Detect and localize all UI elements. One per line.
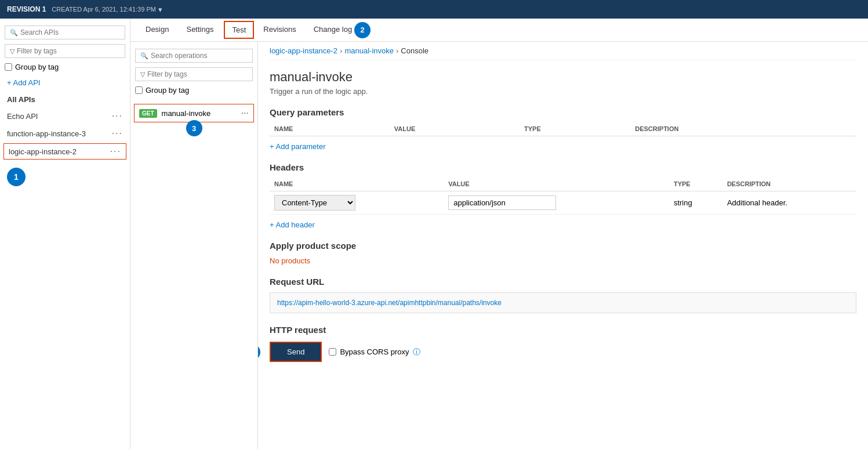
http-request-section-title: HTTP request — [270, 325, 856, 335]
search-operations-input[interactable] — [151, 52, 248, 60]
h-col-type: TYPE — [669, 178, 722, 191]
breadcrumb-sep-2: › — [396, 46, 398, 55]
header-value-input[interactable] — [448, 195, 556, 210]
add-parameter-button[interactable]: + Add parameter — [270, 142, 325, 151]
send-section: 4 Send Bypass CORS proxy ⓘ — [270, 342, 856, 362]
api-title: manual-invoke — [270, 70, 856, 85]
search-operations-box[interactable]: 🔍 — [135, 49, 253, 63]
revision-meta: CREATED Apr 6, 2021, 12:41:39 PM — [52, 6, 156, 13]
bypass-cors-row: Bypass CORS proxy ⓘ — [329, 347, 420, 357]
breadcrumb-logic-app[interactable]: logic-app-instance-2 — [270, 46, 337, 55]
operation-menu-icon[interactable]: ··· — [241, 108, 249, 118]
breadcrumb-console: Console — [401, 46, 428, 55]
filter-icon: ▽ — [10, 48, 14, 55]
revision-bar: REVISION 1 CREATED Apr 6, 2021, 12:41:39… — [0, 0, 868, 19]
echo-api-menu-icon[interactable]: ··· — [112, 111, 123, 121]
content-area: Design Settings Test Revisions Change lo… — [130, 19, 868, 449]
ops-search-icon: 🔍 — [140, 52, 148, 60]
add-header-button[interactable]: + Add header — [270, 220, 315, 229]
all-apis-section-title: All APIs — [0, 92, 130, 107]
step-1-circle: 1 — [7, 168, 26, 186]
add-api-button[interactable]: + Add API — [7, 78, 123, 87]
ops-filter-tags-input[interactable] — [147, 70, 248, 78]
h-col-name: NAME — [270, 178, 444, 191]
qp-col-desc: DESCRIPTION — [630, 123, 856, 136]
revision-dropdown-icon[interactable]: ▾ — [158, 5, 162, 14]
ops-group-by-checkbox[interactable] — [135, 86, 143, 94]
qp-col-name: NAME — [270, 123, 390, 136]
h-col-value: VALUE — [444, 178, 669, 191]
group-by-tag-label: Group by tag — [15, 63, 59, 71]
search-apis-input[interactable] — [20, 28, 120, 37]
ops-filter-icon: ▽ — [140, 71, 145, 78]
ops-group-by-row: Group by tag — [135, 86, 253, 95]
get-method-badge: GET — [139, 109, 157, 118]
breadcrumb-manual-invoke[interactable]: manual-invoke — [344, 46, 394, 55]
operation-name: manual-invoke — [162, 109, 211, 118]
header-name-select[interactable]: Content-Type — [274, 195, 355, 211]
filter-tags-box[interactable]: ▽ — [5, 44, 125, 58]
breadcrumb: logic-app-instance-2 › manual-invoke › C… — [270, 42, 856, 60]
echo-api-label: Echo API — [7, 112, 38, 121]
api-description: Trigger a run of the logic app. — [270, 87, 856, 96]
operations-panel: 🔍 ▽ Group by tag GET manual-in — [130, 42, 258, 449]
headers-table: NAME VALUE TYPE DESCRIPTION Content-Type — [270, 178, 856, 215]
content-panels: 🔍 ▽ Group by tag GET manual-in — [130, 42, 868, 449]
product-scope-text: No products — [270, 256, 856, 265]
search-apis-box[interactable]: 🔍 — [5, 26, 125, 39]
request-url-section-title: Request URL — [270, 277, 856, 287]
api-description-text: Trigger a run of the logic app. — [270, 87, 368, 96]
revision-tag: REVISION 1 — [7, 5, 46, 13]
tab-test[interactable]: Test — [224, 21, 254, 39]
step-4-circle: 4 — [258, 344, 260, 360]
step-2-circle: 2 — [354, 22, 371, 38]
bypass-cors-checkbox[interactable] — [329, 348, 336, 356]
logic-app-menu-icon[interactable]: ··· — [110, 146, 121, 157]
filter-tags-input[interactable] — [17, 47, 120, 55]
tab-design[interactable]: Design — [137, 19, 177, 41]
header-desc-cell: Additional header. — [722, 191, 856, 215]
query-params-table: NAME VALUE TYPE DESCRIPTION — [270, 123, 856, 136]
sidebar-item-function-app[interactable]: function-app-instance-3 ··· — [0, 125, 130, 142]
bypass-cors-label: Bypass CORS proxy — [340, 347, 409, 356]
left-sidebar: 🔍 ▽ Group by tag + Add API All APIs Echo… — [0, 19, 130, 449]
ops-filter-tags-box[interactable]: ▽ — [135, 67, 253, 81]
qp-col-value: VALUE — [390, 123, 520, 136]
qp-col-type: TYPE — [520, 123, 630, 136]
group-by-tag-checkbox[interactable] — [5, 63, 12, 71]
search-icon: 🔍 — [10, 29, 18, 37]
function-app-menu-icon[interactable]: ··· — [112, 128, 123, 139]
h-col-desc: DESCRIPTION — [722, 178, 856, 191]
tab-changelog[interactable]: Change log — [306, 19, 361, 41]
send-button[interactable]: Send — [270, 342, 322, 362]
table-row: Content-Type string Additional header. — [270, 191, 856, 215]
query-params-section-title: Query parameters — [270, 107, 856, 117]
request-url-box: https://apim-hello-world-3.azure-api.net… — [270, 292, 856, 313]
function-app-label: function-app-instance-3 — [7, 129, 86, 138]
header-type-cell: string — [669, 191, 722, 215]
tabs-bar: Design Settings Test Revisions Change lo… — [130, 19, 868, 42]
step-3-circle: 3 — [186, 120, 202, 136]
tab-settings[interactable]: Settings — [178, 19, 221, 41]
ops-group-by-label: Group by tag — [146, 86, 189, 95]
group-by-tag-row: Group by tag — [5, 63, 125, 71]
detail-panel: logic-app-instance-2 › manual-invoke › C… — [258, 42, 868, 449]
headers-section-title: Headers — [270, 162, 856, 172]
sidebar-item-logic-app[interactable]: logic-app-instance-2 ··· — [3, 143, 126, 160]
tab-revisions[interactable]: Revisions — [255, 19, 304, 41]
product-scope-section-title: Apply product scope — [270, 241, 856, 251]
breadcrumb-sep-1: › — [340, 46, 342, 55]
info-icon[interactable]: ⓘ — [413, 347, 420, 357]
sidebar-item-echo-api[interactable]: Echo API ··· — [0, 107, 130, 125]
logic-app-label: logic-app-instance-2 — [9, 147, 77, 156]
